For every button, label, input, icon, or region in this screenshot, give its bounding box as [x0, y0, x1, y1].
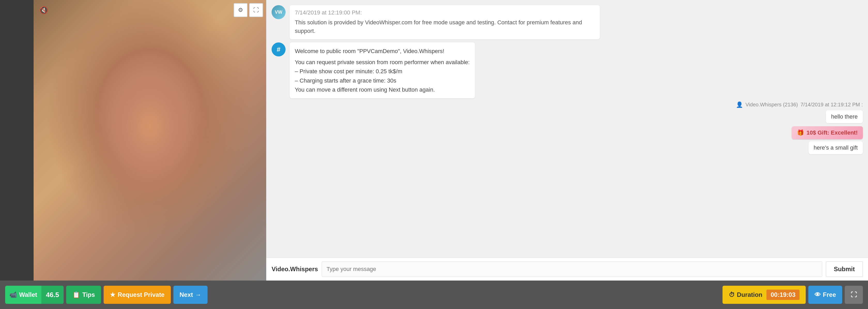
- chat-panel: VW 7/14/2019 at 12:19:00 PM: This soluti…: [266, 0, 868, 281]
- duration-clock-icon: ⏱: [729, 291, 735, 299]
- wallet-amount: 46.5: [41, 286, 64, 304]
- request-private-label: Request Private: [118, 291, 164, 299]
- fullscreen-icon: ⛶: [253, 7, 259, 13]
- next-label: Next: [180, 291, 193, 299]
- system-avatar: VW: [272, 5, 285, 19]
- wallet-label: 📹 Wallet: [5, 286, 41, 304]
- video-controls: ⚙ ⛶: [234, 3, 263, 17]
- video-panel: 🔇 ⚙ ⛶: [34, 0, 266, 281]
- user-name: Video.Whispers (2136): [745, 102, 798, 108]
- left-sidebar-panel: [0, 0, 34, 281]
- settings-button[interactable]: ⚙: [234, 3, 248, 17]
- video-stream: 🔇 ⚙ ⛶: [34, 0, 266, 281]
- request-private-button[interactable]: ★ Request Private: [104, 286, 170, 304]
- hello-bubble: hello there: [826, 110, 863, 123]
- bottom-toolbar: 📹 Wallet 46.5 📋 Tips ★ Request Private N…: [0, 281, 868, 309]
- welcome-content: Welcome to public room "PPVCamDemo", Vid…: [290, 43, 475, 99]
- welcome-body-4: You can move a different room using Next…: [295, 85, 470, 94]
- welcome-title: Welcome to public room "PPVCamDemo", Vid…: [295, 47, 470, 94]
- welcome-avatar: #: [272, 43, 285, 56]
- chat-message-input[interactable]: [322, 261, 822, 277]
- user-timestamp: 7/14/2019 at 12:19:12 PM :: [801, 102, 863, 108]
- welcome-body-2: – Private show cost per minute: 0.25 tk$…: [295, 67, 470, 76]
- user-icon: 👤: [736, 102, 743, 108]
- welcome-body-1: You can request private session from roo…: [295, 58, 470, 67]
- fullscreen-bottom-icon: ⛶: [851, 291, 857, 299]
- tips-label: Tips: [82, 291, 95, 299]
- welcome-title-text: Welcome to public room "PPVCamDemo", Vid…: [295, 47, 470, 56]
- tips-button[interactable]: 📋 Tips: [66, 286, 101, 304]
- free-button[interactable]: 👁 Free: [808, 286, 842, 304]
- system-text-1: This solution is provided by VideoWhispe…: [295, 18, 595, 35]
- gift-message-row: 🎁 10$ Gift: Excellent! here's a small gi…: [272, 126, 863, 154]
- gift-icon: 🎁: [797, 130, 804, 136]
- system-message-1: VW 7/14/2019 at 12:19:00 PM: This soluti…: [272, 5, 863, 39]
- user-message-hello: 👤 Video.Whispers (2136) 7/14/2019 at 12:…: [272, 102, 863, 123]
- system-message-content: 7/14/2019 at 12:19:00 PM: This solution …: [290, 5, 600, 39]
- fullscreen-button[interactable]: ⛶: [249, 3, 263, 17]
- video-overlay: [34, 0, 266, 281]
- user-message-header: 👤 Video.Whispers (2136) 7/14/2019 at 12:…: [736, 102, 863, 108]
- tips-icon: 📋: [72, 291, 80, 299]
- wallet-text: Wallet: [19, 291, 37, 299]
- gift-bubble: 🎁 10$ Gift: Excellent!: [792, 126, 863, 139]
- gift-label: 10$ Gift: Excellent!: [806, 130, 858, 136]
- duration-label: Duration: [737, 291, 763, 299]
- welcome-message: # Welcome to public room "PPVCamDemo", V…: [272, 43, 863, 99]
- free-label: Free: [823, 291, 836, 299]
- fullscreen-bottom-button[interactable]: ⛶: [845, 286, 863, 304]
- eye-icon: 👁: [814, 291, 821, 299]
- wallet-icon: 📹: [9, 291, 17, 299]
- chat-submit-button[interactable]: Submit: [826, 261, 863, 277]
- system-timestamp: 7/14/2019 at 12:19:00 PM:: [295, 9, 595, 16]
- settings-icon: ⚙: [238, 7, 243, 13]
- chat-username: Video.Whispers: [272, 265, 318, 273]
- chat-input-area: Video.Whispers Submit: [267, 257, 868, 281]
- welcome-body-3: – Charging starts after a grace time: 30…: [295, 76, 470, 85]
- next-button[interactable]: Next →: [174, 286, 208, 304]
- duration-button[interactable]: ⏱ Duration 00:19:03: [722, 286, 806, 304]
- gift-text-bubble: here's a small gift: [809, 141, 863, 154]
- wallet-button[interactable]: 📹 Wallet 46.5: [5, 286, 64, 304]
- next-arrow: →: [195, 291, 201, 299]
- chat-messages: VW 7/14/2019 at 12:19:00 PM: This soluti…: [267, 0, 868, 257]
- star-icon: ★: [110, 291, 116, 299]
- mute-icon[interactable]: 🔇: [37, 3, 51, 17]
- duration-time: 00:19:03: [767, 289, 800, 300]
- hash-icon: #: [277, 46, 280, 54]
